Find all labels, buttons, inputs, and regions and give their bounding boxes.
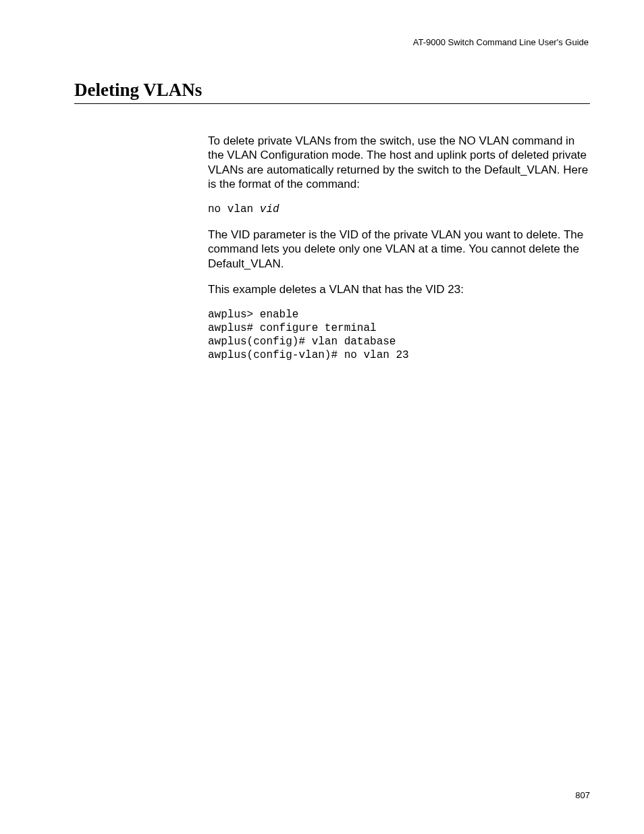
section-title: Deleting VLANs — [74, 80, 590, 101]
command-example: awplus> enable awplus# configure termina… — [208, 308, 590, 362]
guide-title: AT-9000 Switch Command Line User's Guide — [413, 37, 589, 47]
page-number: 807 — [575, 790, 590, 800]
command-param: vid — [260, 203, 279, 215]
paragraph-intro: To delete private VLANs from the switch,… — [208, 134, 590, 191]
paragraph-example-intro: This example deletes a VLAN that has the… — [208, 282, 590, 296]
command-format: no vlan vid — [208, 203, 590, 216]
page-header: AT-9000 Switch Command Line User's Guide — [74, 37, 590, 47]
title-rule — [74, 103, 590, 104]
content-area: To delete private VLANs from the switch,… — [208, 134, 590, 362]
command-prefix: no vlan — [208, 203, 260, 215]
paragraph-vid: The VID parameter is the VID of the priv… — [208, 228, 590, 271]
page-container: AT-9000 Switch Command Line User's Guide… — [0, 0, 644, 389]
